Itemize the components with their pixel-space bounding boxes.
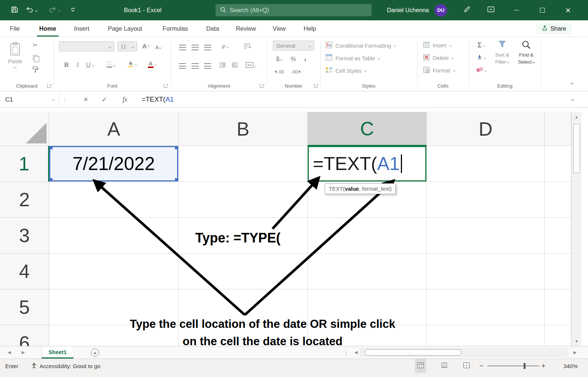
format-painter-button[interactable] xyxy=(30,65,41,75)
percent-format-button[interactable]: % xyxy=(288,54,298,64)
zoom-slider-track[interactable] xyxy=(487,366,539,366)
name-box[interactable]: C1 xyxy=(0,91,59,108)
find-select-button[interactable]: Find & Select xyxy=(515,40,538,65)
cell-E2[interactable] xyxy=(545,182,571,218)
sheet-tab-sheet1[interactable]: Sheet1 xyxy=(41,346,74,359)
share-button[interactable]: Share xyxy=(536,23,572,34)
cell-B1[interactable] xyxy=(179,146,308,182)
ribbon-display-options-button[interactable] xyxy=(483,0,498,20)
cell-D1[interactable] xyxy=(427,146,545,182)
undo-button[interactable] xyxy=(23,0,40,20)
align-right-button[interactable] xyxy=(202,61,213,71)
align-top-button[interactable] xyxy=(177,42,188,52)
clipboard-dialog-launcher[interactable] xyxy=(47,84,51,88)
number-dialog-launcher[interactable] xyxy=(314,84,318,88)
row-header-4[interactable]: 4 xyxy=(0,254,49,289)
tab-page-layout[interactable]: Page Layout xyxy=(102,20,148,37)
maximize-button[interactable] xyxy=(534,0,551,20)
cell-D2[interactable] xyxy=(427,182,545,218)
collapse-ribbon-button[interactable] xyxy=(567,79,578,89)
cell-B4[interactable] xyxy=(179,254,308,289)
search-input[interactable] xyxy=(230,7,367,14)
borders-button[interactable] xyxy=(103,60,118,70)
cell-C3[interactable] xyxy=(308,218,427,254)
search-box[interactable] xyxy=(216,4,372,16)
align-middle-button[interactable] xyxy=(189,42,200,52)
format-cells-button[interactable]: Format xyxy=(423,67,455,74)
row-header-1[interactable]: 1 xyxy=(0,146,49,182)
customize-quick-access-button[interactable] xyxy=(67,0,78,20)
tab-review[interactable]: Review xyxy=(232,20,260,37)
insert-cells-button[interactable]: Insert xyxy=(423,41,451,49)
number-format-combo[interactable]: General xyxy=(273,41,314,51)
horizontal-scrollbar[interactable] xyxy=(361,348,568,357)
vertical-scrollbar[interactable]: ▲ ▼ xyxy=(571,112,581,346)
cell-A1[interactable]: 7/21/2022 xyxy=(49,146,179,182)
tab-home[interactable]: Home xyxy=(36,20,60,37)
fill-color-button[interactable] xyxy=(125,59,139,69)
align-bottom-button[interactable] xyxy=(202,42,213,52)
increase-decimal-button[interactable]: .00 xyxy=(272,67,287,77)
font-color-button[interactable]: A xyxy=(145,59,159,69)
cell-A4[interactable] xyxy=(49,254,179,289)
cut-button[interactable]: ✂ xyxy=(30,40,41,50)
sort-filter-button[interactable]: Sort & Filter xyxy=(491,40,513,65)
ink-button[interactable] xyxy=(460,0,473,20)
alignment-dialog-launcher[interactable] xyxy=(260,84,264,88)
underline-button[interactable]: U xyxy=(82,60,97,70)
horizontal-scroll-thumb[interactable] xyxy=(365,349,462,356)
zoom-in-button[interactable]: + xyxy=(541,359,545,373)
page-break-view-button[interactable] xyxy=(461,359,472,373)
scroll-down-button[interactable]: ▼ xyxy=(572,336,581,346)
expand-formula-bar-button[interactable] xyxy=(565,91,580,108)
vertical-scroll-thumb[interactable] xyxy=(573,124,580,173)
merge-center-button[interactable] xyxy=(243,61,259,71)
cell-C4[interactable] xyxy=(308,254,427,289)
cancel-button[interactable]: × xyxy=(78,91,93,108)
italic-button[interactable]: I xyxy=(72,60,83,70)
cell-D3[interactable] xyxy=(427,218,545,254)
autosum-button[interactable]: Σ xyxy=(473,40,489,50)
page-layout-view-button[interactable] xyxy=(439,359,450,373)
cell-D4[interactable] xyxy=(427,254,545,289)
tab-splitter-handle[interactable]: ⋮ xyxy=(343,346,349,359)
row-header-2[interactable]: 2 xyxy=(0,182,49,218)
cell-E1[interactable] xyxy=(545,146,571,182)
row-header-3[interactable]: 3 xyxy=(0,218,49,254)
close-button[interactable]: × xyxy=(560,0,577,20)
hscroll-right-button[interactable]: ▶ xyxy=(570,346,581,359)
tab-insert[interactable]: Insert xyxy=(70,20,94,37)
enter-button[interactable]: ✓ xyxy=(97,91,112,108)
delete-cells-button[interactable]: Delete xyxy=(423,54,453,62)
copy-button[interactable] xyxy=(30,52,41,63)
new-sheet-button[interactable]: + xyxy=(91,349,99,357)
cell-E3[interactable] xyxy=(545,218,571,254)
font-dialog-launcher[interactable] xyxy=(164,84,168,88)
user-name[interactable]: Daniel Uchenna xyxy=(370,0,429,20)
zoom-slider[interactable] xyxy=(487,359,539,373)
col-header-A[interactable]: A xyxy=(49,112,179,146)
redo-button[interactable] xyxy=(46,0,63,20)
cell-B2[interactable] xyxy=(179,182,308,218)
hscroll-left-button[interactable]: ◀ xyxy=(351,346,362,359)
cell-E5[interactable] xyxy=(545,289,571,325)
format-as-table-button[interactable]: Format as Table xyxy=(325,54,380,62)
select-all-button[interactable] xyxy=(0,112,49,146)
cell-E6[interactable] xyxy=(545,325,571,346)
decrease-font-size-button[interactable]: A xyxy=(153,42,164,52)
formula-bar-handle[interactable]: ⋮ xyxy=(62,91,68,108)
increase-indent-button[interactable] xyxy=(229,61,240,71)
zoom-level[interactable]: 340% xyxy=(553,359,578,373)
cell-C1[interactable]: =TEXT(A1 xyxy=(308,146,427,182)
tab-file[interactable]: File xyxy=(5,20,24,37)
user-avatar[interactable]: DU xyxy=(434,0,447,20)
comma-format-button[interactable]: , xyxy=(300,52,310,63)
align-center-button[interactable] xyxy=(189,61,200,71)
sheet-nav-next-button[interactable]: ▶ xyxy=(18,346,29,359)
decrease-indent-button[interactable] xyxy=(217,61,228,71)
currency-format-button[interactable]: $ xyxy=(273,54,285,64)
wrap-text-button[interactable] xyxy=(240,41,254,52)
normal-view-button[interactable] xyxy=(415,359,426,373)
cell-A2[interactable] xyxy=(49,182,179,218)
font-name-combo[interactable] xyxy=(59,41,114,51)
